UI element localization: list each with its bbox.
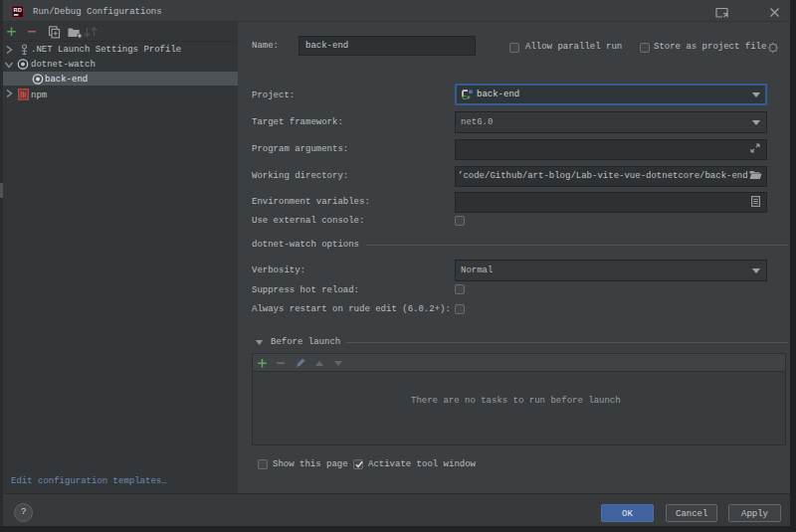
svg-text:C#: C# <box>463 93 471 100</box>
svg-text:RD: RD <box>14 7 22 13</box>
